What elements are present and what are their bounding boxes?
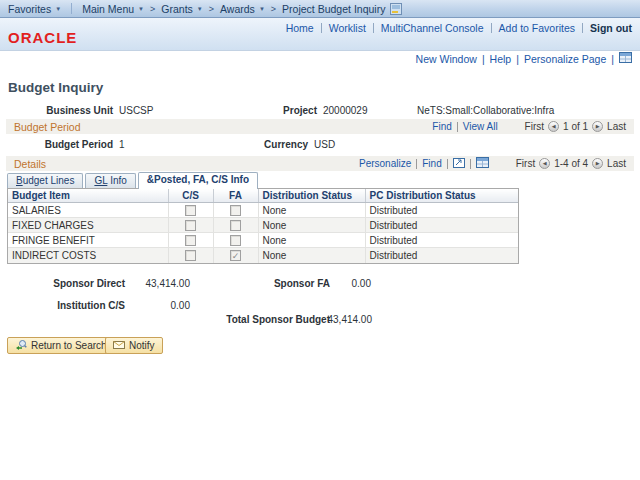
divider: [321, 23, 322, 33]
sponsor-direct-label: Sponsor Direct: [20, 278, 125, 289]
add-to-favorites-link[interactable]: Add to Favorites: [499, 22, 575, 34]
pc-distribution-status-cell: Distributed: [365, 218, 518, 233]
budget-item-cell: SALARIES: [8, 203, 168, 218]
pager-position: 1-4 of 4: [554, 158, 588, 169]
fa-checkbox[interactable]: [230, 220, 241, 231]
pager-position: 1 of 1: [563, 121, 588, 132]
chevron-down-icon: ▼: [197, 6, 203, 12]
table-header-row: Budget Item C/S FA Distribution Status P…: [8, 189, 518, 203]
breadcrumb-awards[interactable]: Awards ▼: [220, 3, 265, 15]
awards-label: Awards: [220, 3, 255, 15]
grants-label: Grants: [161, 3, 193, 15]
tab-label: B: [16, 175, 23, 186]
pager-last-label: Last: [607, 121, 626, 132]
header-links: Home Worklist MultiChannel Console Add t…: [286, 22, 632, 34]
next-row-icon[interactable]: ▶: [592, 121, 603, 132]
column-header-cs[interactable]: C/S: [168, 189, 213, 203]
chevron-down-icon: ▼: [259, 6, 265, 12]
grid-layout-icon[interactable]: [619, 52, 632, 65]
download-grid-icon[interactable]: [476, 157, 489, 170]
previous-rows-icon[interactable]: ◀: [539, 158, 550, 169]
breadcrumb-separator: >: [271, 4, 276, 14]
zoom-grid-icon[interactable]: [453, 158, 465, 170]
details-tabs: Budget Lines GL Info &Posted, FA, C/S In…: [7, 172, 260, 188]
sponsor-direct-value: 43,414.00: [120, 278, 190, 289]
notify-button[interactable]: Notify: [105, 337, 163, 354]
home-link[interactable]: Home: [286, 22, 314, 34]
page-title: Budget Inquiry: [8, 80, 103, 95]
breadcrumb-bar: Favorites ▼ Main Menu ▼ > Grants ▼ > Awa…: [0, 0, 640, 18]
divider: [373, 23, 374, 33]
tab-budget-lines[interactable]: Budget Lines: [7, 173, 83, 188]
business-unit-value: USCSP: [119, 105, 153, 116]
pager-last-label: Last: [607, 158, 626, 169]
fa-checkbox[interactable]: [230, 205, 241, 216]
notify-icon: [113, 340, 125, 352]
fa-checkbox[interactable]: [230, 250, 241, 261]
breadcrumb-grants[interactable]: Grants ▼: [161, 3, 202, 15]
multichannel-console-link[interactable]: MultiChannel Console: [381, 22, 484, 34]
budget-item-cell: FRINGE BENEFIT: [8, 233, 168, 248]
divider: [71, 3, 72, 14]
find-link[interactable]: Find: [432, 121, 451, 132]
divider: [416, 159, 417, 169]
cs-checkbox[interactable]: [185, 205, 196, 216]
breadcrumb-separator: >: [150, 4, 155, 14]
return-to-search-label: Return to Search: [31, 340, 107, 351]
business-unit-label: Business Unit: [18, 105, 113, 116]
sponsor-fa-value: 0.00: [301, 278, 371, 289]
column-header-fa[interactable]: FA: [213, 189, 258, 203]
currency-value: USD: [314, 139, 335, 150]
cs-checkbox[interactable]: [185, 235, 196, 246]
main-menu[interactable]: Main Menu ▼: [82, 3, 144, 15]
details-pager: First ◀ 1-4 of 4 ▶ Last: [516, 158, 626, 169]
total-sponsor-budget-value: 43,414.00: [302, 314, 372, 325]
pc-distribution-status-cell: Distributed: [365, 248, 518, 263]
cs-checkbox[interactable]: [185, 220, 196, 231]
table-row: FIXED CHARGES None Distributed: [8, 218, 518, 233]
divider: [457, 122, 458, 132]
budget-period-pager: First ◀ 1 of 1 ▶ Last: [525, 121, 626, 132]
tab-label: &Posted, FA, C/S Info: [147, 174, 249, 185]
new-window-link[interactable]: New Window: [416, 53, 477, 65]
budget-period-section-title: Budget Period: [14, 121, 81, 133]
help-link[interactable]: Help: [490, 53, 512, 65]
personalize-link[interactable]: Personalize: [359, 158, 411, 169]
main-menu-label: Main Menu: [82, 3, 134, 15]
previous-row-icon[interactable]: ◀: [548, 121, 559, 132]
cs-checkbox[interactable]: [185, 250, 196, 261]
distribution-status-cell: None: [258, 218, 365, 233]
return-to-search-button[interactable]: Return to Search: [7, 337, 115, 354]
column-header-pc-distribution-status[interactable]: PC Distribution Status: [365, 189, 518, 203]
favorites-label: Favorites: [8, 3, 51, 15]
find-link[interactable]: Find: [422, 158, 441, 169]
project-label: Project: [240, 105, 317, 116]
divider: [470, 159, 471, 169]
divider: [582, 23, 583, 33]
breadcrumb-page-icon[interactable]: [390, 3, 402, 15]
budget-period-value: 1: [119, 139, 125, 150]
worklist-link[interactable]: Worklist: [329, 22, 366, 34]
header-band: ORACLE Home Worklist MultiChannel Consol…: [0, 18, 640, 51]
fa-checkbox[interactable]: [230, 235, 241, 246]
personalize-page-link[interactable]: Personalize Page: [524, 53, 606, 65]
sign-out-link[interactable]: Sign out: [590, 22, 632, 34]
distribution-status-cell: None: [258, 248, 365, 263]
column-header-distribution-status[interactable]: Distribution Status: [258, 189, 365, 203]
return-to-search-icon: [15, 339, 27, 353]
distribution-status-cell: None: [258, 203, 365, 218]
next-rows-icon[interactable]: ▶: [592, 158, 603, 169]
view-all-link[interactable]: View All: [463, 121, 498, 132]
tab-posted-fa-cs-info[interactable]: &Posted, FA, C/S Info: [138, 172, 258, 189]
divider: [447, 159, 448, 169]
distribution-status-cell: None: [258, 233, 365, 248]
details-grid: Budget Item C/S FA Distribution Status P…: [7, 188, 519, 264]
pager-first-label: First: [516, 158, 535, 169]
table-row: FRINGE BENEFIT None Distributed: [8, 233, 518, 248]
tab-gl-info[interactable]: GL Info: [85, 173, 135, 188]
chevron-down-icon: ▼: [138, 6, 144, 12]
favorites-menu[interactable]: Favorites ▼: [8, 3, 61, 15]
currency-label: Currency: [240, 139, 308, 150]
column-header-budget-item[interactable]: Budget Item: [8, 189, 168, 203]
table-row: SALARIES None Distributed: [8, 203, 518, 218]
